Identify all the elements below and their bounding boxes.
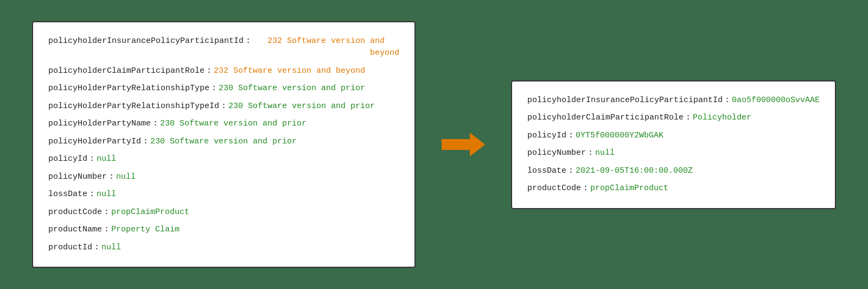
field-separator: : <box>569 130 573 142</box>
field-separator: : <box>94 242 99 254</box>
field-row: policyHolderPartyId : 230 Software versi… <box>48 136 399 148</box>
field-row: policyNumber : null <box>527 147 820 160</box>
field-value: 230 Software version and prior <box>150 136 297 148</box>
field-value: null <box>97 153 116 166</box>
field-value: 0ao5f000000oSvvAAE <box>732 95 820 107</box>
field-row: productId : null <box>48 242 399 254</box>
arrow-head <box>470 133 485 156</box>
field-row: policyHolderPartyRelationshipTypeId : 23… <box>48 100 399 113</box>
field-value: 2021-09-05T16:00:00.000Z <box>576 165 693 178</box>
field-separator: : <box>207 65 212 78</box>
field-value: Property Claim <box>111 224 180 236</box>
field-separator: : <box>246 35 251 60</box>
field-value: 232 Software version and beyond <box>214 65 365 78</box>
field-key: policyNumber <box>48 171 107 184</box>
field-separator: : <box>588 147 593 160</box>
field-separator: : <box>725 95 730 107</box>
field-row: productCode : propClaimProduct <box>48 206 399 219</box>
field-key: productCode <box>527 183 581 195</box>
field-separator: : <box>686 112 691 124</box>
field-separator: : <box>90 189 94 201</box>
field-key: policyholderInsurancePolicyParticipantId <box>48 35 244 60</box>
field-separator: : <box>212 83 216 95</box>
right-arrow-icon <box>442 133 485 156</box>
field-separator: : <box>109 171 114 184</box>
field-key: policyNumber <box>527 147 586 160</box>
field-row: productCode : propClaimProduct <box>527 183 820 195</box>
field-key: policyholderClaimParticipantRole <box>48 65 205 78</box>
field-row: policyholderClaimParticipantRole : 232 S… <box>48 65 399 78</box>
field-separator: : <box>104 224 109 236</box>
field-separator: : <box>569 165 573 178</box>
field-value: 0YT5f000000Y2WbGAK <box>576 130 663 142</box>
field-key: policyholderClaimParticipantRole <box>527 112 684 124</box>
field-value: null <box>116 171 136 184</box>
field-row: productName : Property Claim <box>48 224 399 236</box>
field-value: null <box>595 147 615 160</box>
field-value: 230 Software version and prior <box>219 83 365 95</box>
field-separator: : <box>104 206 109 219</box>
field-key: productCode <box>48 206 102 219</box>
field-key: lossDate <box>527 165 566 178</box>
field-key: lossDate <box>48 189 87 201</box>
field-separator: : <box>221 100 226 113</box>
field-key: productId <box>48 242 92 254</box>
field-row: policyholderClaimParticipantRole : Polic… <box>527 112 820 124</box>
field-key: productName <box>48 224 102 236</box>
field-key: policyId <box>48 153 87 166</box>
field-key: policyId <box>527 130 566 142</box>
field-row: policyholderInsurancePolicyParticipantId… <box>48 35 399 60</box>
field-row: policyId : null <box>48 153 399 166</box>
field-value: 230 Software version and prior <box>160 118 307 130</box>
right-card: policyholderInsurancePolicyParticipantId… <box>511 80 836 209</box>
field-key: policyHolderPartyRelationshipType <box>48 83 209 95</box>
field-value: null <box>97 189 116 201</box>
field-value: propClaimProduct <box>590 183 668 195</box>
field-row: policyHolderPartyRelationshipType : 230 … <box>48 83 399 95</box>
main-layout: policyholderInsurancePolicyParticipantId… <box>32 21 836 268</box>
arrow-container <box>442 133 485 156</box>
field-row: policyholderInsurancePolicyParticipantId… <box>527 95 820 107</box>
field-row: policyHolderPartyName : 230 Software ver… <box>48 118 399 130</box>
field-value: 232 Software version and beyond <box>253 35 399 60</box>
field-separator: : <box>143 136 148 148</box>
field-row: policyId : 0YT5f000000Y2WbGAK <box>527 130 820 142</box>
field-key: policyholderInsurancePolicyParticipantId <box>527 95 723 107</box>
field-separator: : <box>583 183 588 195</box>
field-value: null <box>101 242 121 254</box>
field-key: policyHolderPartyRelationshipTypeId <box>48 100 219 113</box>
field-key: policyHolderPartyId <box>48 136 141 148</box>
field-value: 230 Software version and prior <box>228 100 375 113</box>
arrow-body <box>442 139 474 150</box>
left-card: policyholderInsurancePolicyParticipantId… <box>32 21 416 268</box>
field-value: Policyholder <box>693 112 751 124</box>
field-row: lossDate : 2021-09-05T16:00:00.000Z <box>527 165 820 178</box>
field-separator: : <box>153 118 158 130</box>
field-separator: : <box>90 153 94 166</box>
field-row: policyNumber : null <box>48 171 399 184</box>
field-value: propClaimProduct <box>111 206 189 219</box>
field-key: policyHolderPartyName <box>48 118 151 130</box>
field-row: lossDate : null <box>48 189 399 201</box>
